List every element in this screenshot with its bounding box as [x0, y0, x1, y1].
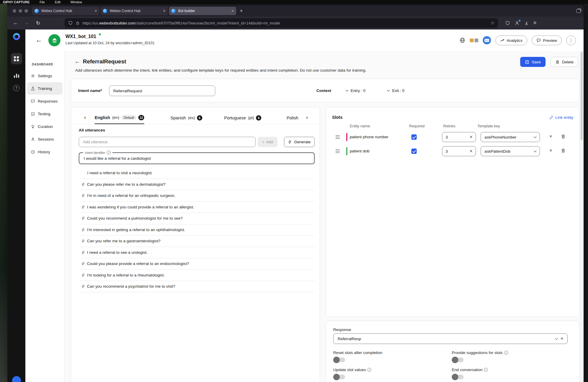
- utterance-row[interactable]: Can you refer me to a gastroenterologist…: [79, 236, 315, 247]
- add-button[interactable]: +Add: [258, 137, 277, 147]
- tab-close-icon[interactable]: ×: [163, 9, 165, 13]
- sidebar-item-testing[interactable]: Testing: [27, 108, 63, 120]
- scrollbar[interactable]: [580, 51, 583, 382]
- template-key-dropdown[interactable]: askPatientDob: [481, 146, 540, 156]
- menu-icon[interactable]: ≡: [533, 20, 536, 26]
- clear-template-icon[interactable]: ×: [549, 134, 552, 139]
- bookmark-star-icon[interactable]: ☆: [491, 20, 495, 26]
- browser-tab-bot-builder[interactable]: Bot builder ×: [169, 7, 236, 15]
- response-dropdown[interactable]: ReferralResp ×: [333, 333, 568, 344]
- page-back-icon[interactable]: ←: [75, 58, 80, 65]
- utterance-row[interactable]: I'm looking for a referral to a rheumato…: [79, 270, 315, 281]
- drag-handle-icon[interactable]: [336, 135, 340, 139]
- tab-portuguese[interactable]: Portuguese (pt) 6: [224, 111, 261, 124]
- delete-button[interactable]: Delete: [551, 57, 578, 67]
- analytics-button[interactable]: Analytics: [495, 35, 527, 45]
- main-content: ← ReferralRequest Add utterances which d…: [65, 51, 584, 382]
- clear-icon[interactable]: ×: [470, 149, 472, 154]
- utterance-row[interactable]: Could you recommend a pulmonologist for …: [79, 213, 315, 224]
- required-checkbox[interactable]: [411, 149, 417, 154]
- utterance-row[interactable]: Can you please refer me to a dermatologi…: [79, 179, 315, 190]
- new-tab-icon[interactable]: +: [240, 8, 243, 14]
- intent-name-label: Intent name*: [78, 88, 102, 93]
- menu-item-file[interactable]: File: [40, 0, 45, 4]
- url-bar[interactable]: https://us.webexbotbuilder.com/static/co…: [65, 18, 498, 28]
- sidebar-item-curation[interactable]: Curation: [27, 120, 63, 133]
- menu-item-window[interactable]: Window: [70, 0, 82, 4]
- tab-english[interactable]: English (en) Default 12: [95, 111, 144, 124]
- provide-suggestions-toggle[interactable]: [452, 358, 464, 362]
- env-indicator-icon[interactable]: [470, 38, 478, 42]
- clear-template-icon[interactable]: ×: [549, 148, 552, 153]
- user-avatar[interactable]: [12, 376, 21, 382]
- dashboard-grid-icon[interactable]: [11, 53, 22, 64]
- generate-button[interactable]: Generate: [284, 137, 315, 147]
- retries-field[interactable]: 3 ×: [442, 146, 476, 156]
- clipboard-check-icon: [31, 112, 35, 116]
- help-icon[interactable]: ?: [13, 85, 19, 91]
- utterance-row[interactable]: I'm in need of a referral for an orthope…: [79, 190, 315, 202]
- utterance-row[interactable]: Can you recommend a psychiatrist for me …: [79, 281, 315, 292]
- analytics-bars-icon[interactable]: [11, 70, 22, 81]
- clear-response-icon[interactable]: ×: [561, 336, 563, 341]
- add-utterance-input[interactable]: [79, 137, 256, 147]
- slot-row: patient dob 3 × askPatientDob ×: [326, 144, 579, 158]
- forward-icon[interactable]: →: [23, 20, 31, 26]
- context-entry-dropdown[interactable]: Entry : 0: [346, 88, 365, 93]
- tab-close-icon[interactable]: ×: [231, 9, 234, 13]
- retries-field[interactable]: 3 ×: [442, 132, 476, 142]
- utterance-row[interactable]: I need a referral to visit a neurologist: [79, 167, 315, 179]
- trash-icon[interactable]: [561, 148, 566, 153]
- minimize-window-icon[interactable]: [19, 9, 22, 13]
- tracking-shield-icon[interactable]: [68, 21, 73, 25]
- lock-icon[interactable]: [75, 21, 80, 25]
- drag-handle-icon[interactable]: [336, 149, 340, 153]
- sidebar-item-history[interactable]: History: [27, 146, 63, 158]
- tab-spanish[interactable]: Spanish (es) 6: [170, 111, 202, 124]
- reload-icon[interactable]: ↻: [34, 20, 42, 26]
- utterance-row[interactable]: I was wondering if you could provide a r…: [79, 202, 315, 213]
- reset-slots-toggle[interactable]: [334, 358, 345, 362]
- update-slot-values-toggle[interactable]: [334, 375, 345, 379]
- intent-name-input[interactable]: [109, 85, 215, 96]
- account-icon[interactable]: [515, 21, 520, 26]
- required-checkbox[interactable]: [411, 134, 417, 140]
- sidebar-item-settings[interactable]: Settings: [27, 70, 63, 82]
- pocket-shield-icon[interactable]: [505, 21, 510, 26]
- link-entity-button[interactable]: Link entity: [549, 115, 573, 120]
- trash-icon[interactable]: [561, 134, 566, 139]
- sidebar-item-training[interactable]: Training: [27, 82, 63, 95]
- more-options-icon[interactable]: ⋮: [566, 35, 576, 45]
- tab-overview-icon[interactable]: [576, 9, 581, 13]
- end-conversation-toggle[interactable]: [452, 375, 464, 379]
- template-key-dropdown[interactable]: askPhoneNumber: [481, 132, 540, 142]
- sidebar-item-responses[interactable]: Responses: [27, 95, 63, 107]
- scrollbar-thumb[interactable]: [581, 52, 583, 140]
- close-window-icon[interactable]: [13, 9, 16, 13]
- tabs-scroll-left-icon[interactable]: ‹: [84, 114, 86, 121]
- chevron-down-icon: [346, 89, 349, 92]
- intent-identifier-field[interactable]: Intent identifier I would like a referra…: [79, 152, 315, 164]
- utterance-row[interactable]: I'm interested in getting a referral to …: [79, 224, 315, 236]
- browser-tab-2[interactable]: Webex Control Hub ×: [101, 7, 168, 15]
- browser-tab-1[interactable]: Webex Control Hub ×: [32, 7, 99, 15]
- menu-app-name[interactable]: GIPHY CAPTURE: [3, 0, 29, 4]
- downloads-icon[interactable]: [524, 21, 529, 26]
- trash-icon: [555, 60, 560, 64]
- tab-polish[interactable]: Polish: [287, 111, 298, 124]
- clear-icon[interactable]: ×: [470, 135, 472, 139]
- globe-icon[interactable]: [459, 37, 465, 43]
- tabs-scroll-right-icon[interactable]: ›: [306, 114, 308, 121]
- utterance-row[interactable]: I need a referral to see a urologist.: [79, 247, 315, 258]
- zoom-window-icon[interactable]: [24, 9, 28, 13]
- context-exit-dropdown[interactable]: Exit : 0: [387, 88, 404, 93]
- utterance-row[interactable]: Could you please provide a referral to a…: [79, 258, 315, 270]
- preview-button[interactable]: Preview: [532, 35, 562, 45]
- save-button[interactable]: Save: [520, 57, 546, 67]
- sidebar-item-sessions[interactable]: Sessions: [27, 133, 63, 145]
- bot-assistant-icon[interactable]: [483, 36, 491, 45]
- tab-close-icon[interactable]: ×: [95, 9, 97, 13]
- back-icon[interactable]: ←: [12, 20, 20, 26]
- menu-item-edit[interactable]: Edit: [55, 0, 60, 4]
- app-back-icon[interactable]: ←: [35, 36, 42, 44]
